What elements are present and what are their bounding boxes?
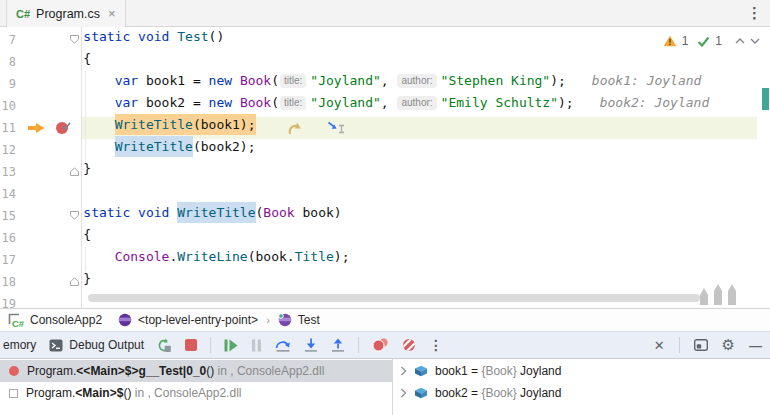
rerun-icon[interactable] xyxy=(157,338,172,353)
code-text[interactable]: { xyxy=(52,51,91,73)
chevron-down-icon[interactable] xyxy=(750,38,760,44)
close-tab-icon[interactable]: × xyxy=(108,6,116,21)
code-token: static xyxy=(83,205,130,220)
code-token: new xyxy=(209,73,232,88)
code-token: WriteTitle xyxy=(115,136,193,157)
code-line[interactable]: 14 xyxy=(0,183,770,205)
kebab-icon[interactable]: ⋮ xyxy=(429,337,443,353)
layout-icon[interactable] xyxy=(694,339,708,351)
view-breakpoints-icon[interactable] xyxy=(372,338,389,352)
step-out-icon[interactable] xyxy=(331,338,345,353)
code-token xyxy=(52,29,83,44)
line-number[interactable]: 12 xyxy=(0,139,16,161)
frame-square xyxy=(9,389,18,398)
line-number[interactable]: 16 xyxy=(0,227,16,249)
stack-frame-row[interactable]: Program.<Main>$() in , ConsoleApp2.dll xyxy=(0,382,392,404)
chevron-up-icon[interactable] xyxy=(735,38,745,44)
code-line[interactable]: 15 static void WriteTitle(Book book) xyxy=(0,205,770,227)
code-token: } xyxy=(52,271,91,286)
object-icon xyxy=(414,365,428,377)
execution-pointer-icon xyxy=(27,122,46,134)
code-text[interactable]: { xyxy=(52,227,91,249)
code-token xyxy=(52,95,115,110)
parameter-hint: title: xyxy=(280,74,306,88)
scrollbar-execution-mark[interactable] xyxy=(762,88,769,110)
code-line[interactable]: 8 { xyxy=(0,51,770,73)
code-token xyxy=(52,139,115,154)
code-line[interactable]: 7 static void Test() xyxy=(0,29,770,51)
editor-options-kebab-icon[interactable]: ⋮ xyxy=(747,4,762,22)
line-number[interactable]: 19 xyxy=(0,293,16,308)
line-number[interactable]: 17 xyxy=(0,249,16,271)
set-next-statement-icon[interactable] xyxy=(287,121,303,136)
code-token xyxy=(130,29,138,44)
code-token: Book xyxy=(240,73,271,88)
code-text[interactable]: } xyxy=(52,271,91,293)
inline-debug-value: book2: Joyland xyxy=(600,95,710,110)
tab-memory[interactable]: emory xyxy=(3,338,36,352)
code-token xyxy=(52,73,115,88)
code-text[interactable]: } xyxy=(52,161,91,183)
frames-panel[interactable]: Program.<<Main>$>g__Test|0_0() in , Cons… xyxy=(0,359,393,415)
chevron-right-icon[interactable] xyxy=(400,388,407,398)
editor-corner-icons xyxy=(698,283,748,308)
code-line[interactable]: 17 Console.WriteLine(book.Title); xyxy=(0,249,770,271)
code-text[interactable]: WriteTitle(book2); xyxy=(52,139,256,161)
line-number[interactable]: 11 xyxy=(0,117,16,139)
variable-row[interactable]: book1 = {Book} Joyland xyxy=(394,360,770,382)
chevron-right-icon[interactable] xyxy=(400,366,407,376)
line-number[interactable]: 7 xyxy=(0,29,16,51)
line-number[interactable]: 8 xyxy=(0,51,16,73)
code-line[interactable]: 12 WriteTitle(book2); xyxy=(0,139,770,161)
horizontal-scrollbar[interactable] xyxy=(88,294,700,302)
variable-row[interactable]: book2 = {Book} Joyland xyxy=(394,382,770,404)
stop-icon[interactable] xyxy=(185,339,197,351)
code-line[interactable]: 18 } xyxy=(0,271,770,293)
code-token: var xyxy=(115,95,138,110)
code-token: book2 = xyxy=(138,95,208,110)
close-icon[interactable]: ✕ xyxy=(654,338,665,353)
inspection-widget[interactable]: 1 1 xyxy=(663,34,760,48)
debug-output-label: Debug Output xyxy=(69,338,144,352)
line-number[interactable]: 14 xyxy=(0,183,16,205)
breadcrumb-item--top-level-entry-point-[interactable]: <top-level-entry-point> xyxy=(118,313,258,327)
breadcrumb-item-test[interactable]: Test xyxy=(278,313,320,327)
line-number[interactable]: 18 xyxy=(0,271,16,293)
code-text[interactable]: static void WriteTitle(Book book) xyxy=(52,205,342,227)
code-line[interactable]: 9 var book1 = new Book(title:"Joyland", … xyxy=(0,73,770,95)
method-icon xyxy=(278,313,292,327)
code-line[interactable]: 16 { xyxy=(0,227,770,249)
line-number[interactable]: 10 xyxy=(0,95,16,117)
resume-icon[interactable] xyxy=(224,339,238,352)
line-number[interactable]: 15 xyxy=(0,205,16,227)
settings-icon[interactable]: ⚙ xyxy=(722,336,735,354)
code-token xyxy=(232,95,240,110)
code-line[interactable]: 13 } xyxy=(0,161,770,183)
line-number[interactable]: 9 xyxy=(0,73,16,95)
tab-program-cs[interactable]: C# Program.cs × xyxy=(6,0,126,27)
run-to-cursor-icon[interactable] xyxy=(327,121,346,135)
step-into-icon[interactable] xyxy=(304,338,318,353)
breadcrumb-label: ConsoleApp2 xyxy=(30,313,102,327)
breadcrumb-item-consoleapp2[interactable]: C#ConsoleApp2 xyxy=(8,313,102,328)
minimize-icon[interactable]: — xyxy=(749,338,762,353)
stack-frame-row[interactable]: Program.<<Main>$>g__Test|0_0() in , Cons… xyxy=(0,360,392,382)
tab-debug-output[interactable]: Debug Output xyxy=(49,338,144,352)
code-token: , xyxy=(381,95,397,110)
csharp-project-icon: C# xyxy=(8,313,24,328)
variables-panel[interactable]: book1 = {Book} Joylandbook2 = {Book} Joy… xyxy=(394,359,770,415)
mute-breakpoints-icon[interactable] xyxy=(402,338,416,352)
debugger-panel: Program.<<Main>$>g__Test|0_0() in , Cons… xyxy=(0,358,770,415)
line-number[interactable]: 13 xyxy=(0,161,16,183)
code-token: book1 = xyxy=(138,73,208,88)
code-token: "Joyland" xyxy=(310,73,380,88)
breadcrumb-separator: › xyxy=(266,314,270,326)
code-text[interactable]: var book1 = new Book(title:"Joyland", au… xyxy=(52,73,701,95)
code-token: WriteTitle xyxy=(115,114,193,135)
step-over-icon[interactable] xyxy=(275,338,291,353)
code-text[interactable]: static void Test() xyxy=(52,29,224,51)
code-text[interactable]: Console.WriteLine(book.Title); xyxy=(52,249,349,271)
stack-frame-text: Program.<<Main>$>g__Test|0_0() in , Cons… xyxy=(27,364,324,378)
code-editor[interactable]: 7 static void Test()8 {9 var book1 = new… xyxy=(0,27,770,308)
pause-icon[interactable] xyxy=(251,339,262,352)
